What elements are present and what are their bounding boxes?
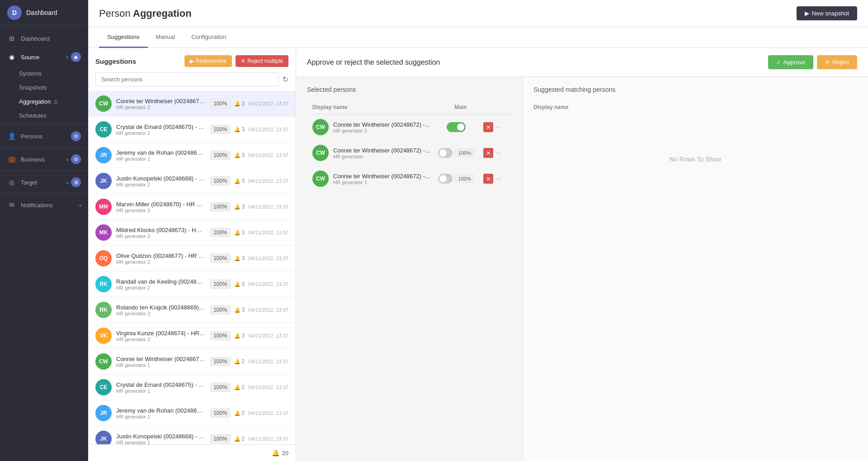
suggestion-item[interactable]: VK Virginia Kunze (00248674) - HR genera… <box>88 323 296 349</box>
timestamp: 04/11/2022, 13:37 <box>248 385 288 390</box>
search-input[interactable] <box>95 72 279 86</box>
sidebar-item-aggregation[interactable]: Aggregation ⚠ <box>0 95 88 109</box>
main-toggle[interactable] <box>447 122 466 132</box>
suggestion-item[interactable]: RK Randall van de Keeling (00248676) - H… <box>88 271 296 297</box>
sidebar-item-schedules[interactable]: Schedules <box>0 109 88 123</box>
person-name: Connie ter Wintheiser (00248672) -... <box>333 147 430 154</box>
suggestion-name: Crystal de Emard (00248675) - HR generat… <box>116 124 206 130</box>
person-row: CW Connie ter Wintheiser (00248672) -...… <box>307 140 511 166</box>
suggestion-item[interactable]: CE Crystal de Emard (00248675) - HR gene… <box>88 117 296 143</box>
sidebar-item-snapshots[interactable]: Snapshots <box>0 81 88 95</box>
confidence: 100% <box>210 331 231 340</box>
divider-4 <box>0 194 88 194</box>
target-chevron-icon: ◂ <box>66 180 68 185</box>
approve-button[interactable]: ✓ Approve <box>768 55 813 69</box>
sidebar-item-source[interactable]: ◉ Source ▾ ◉ <box>0 48 88 67</box>
remove-button[interactable]: ✕ <box>483 148 493 158</box>
info-button[interactable]: → <box>495 124 501 131</box>
suggestion-name: Virginia Kunze (00248674) - HR generator… <box>116 330 206 337</box>
timestamp: 04/11/2022, 13:37 <box>248 359 288 364</box>
bell-icon: 🔔 <box>234 436 241 442</box>
suggestions-header: Suggestions ▶ Redetermine ✕ Reject multi… <box>88 48 296 72</box>
sidebar-item-target[interactable]: ◎ Target ◂ ⊞ <box>0 173 88 192</box>
sidebar-item-business[interactable]: 💼 Business ◂ ⚙ <box>0 150 88 169</box>
detail-actions: ✓ Approve ✕ Reject <box>768 55 857 69</box>
suggestion-source: HR generator 2 <box>116 233 206 239</box>
notifications-icon: ✉ <box>7 200 16 209</box>
person-name: Connie ter Wintheiser (00248672) -... <box>333 121 430 128</box>
suggestion-name: Olive Quitzon (00248677) - HR generator … <box>116 252 206 259</box>
person-source: HR generator 1 <box>333 180 430 185</box>
sidebar-logo[interactable]: D Dashboard <box>0 0 88 26</box>
sidebar-item-systems[interactable]: Systems <box>0 67 88 81</box>
main-toggle[interactable] <box>438 174 453 184</box>
divider-1 <box>0 124 88 125</box>
suggestions-panel: Suggestions ▶ Redetermine ✕ Reject multi… <box>88 48 296 461</box>
main-toggle[interactable] <box>438 148 453 158</box>
avatar: VK <box>95 328 112 344</box>
suggestion-meta: 100% 🔔 2 04/11/2022, 13:37 <box>210 383 288 392</box>
suggestion-item[interactable]: JK Justin Konopelski (00248668) - HR gen… <box>88 168 296 194</box>
suggestion-info: Jeremy van de Rohan (00248671) - HR gene… <box>116 407 206 419</box>
suggestion-item[interactable]: OQ Olive Quitzon (00248677) - HR generat… <box>88 246 296 271</box>
suggestion-item[interactable]: CW Connie ter Wintheiser (00248672) - HR… <box>88 349 296 375</box>
suggestion-source: HR generator 2 <box>116 105 206 110</box>
suggestion-source: HR generator 2 <box>116 259 206 265</box>
match-count: 🔔 3 <box>234 126 245 133</box>
suggestion-item[interactable]: CE Crystal de Emard (00248675) - HR gene… <box>88 375 296 400</box>
business-badge: ⚙ <box>71 154 81 164</box>
suggestion-meta: 100% 🔔 2 04/11/2022, 13:37 <box>210 357 288 366</box>
avatar: CW <box>312 145 329 161</box>
bell-icon: 🔔 <box>234 333 241 339</box>
suggestion-item[interactable]: JR Jeremy van de Rohan (00248671) - HR g… <box>88 400 296 426</box>
suggestion-item[interactable]: CW Connie ter Wintheiser (00248672) - HR… <box>88 91 296 117</box>
sidebar-item-dashboard[interactable]: ⊞ Dashboard <box>0 29 88 48</box>
suggestion-name: Jeremy van de Rohan (00248671) - HR gene… <box>116 407 206 414</box>
info-button[interactable]: → <box>495 149 501 157</box>
notifications-label: Notifications <box>21 202 53 209</box>
suggestion-meta: 100% 🔔 3 04/11/2022, 13:37 <box>210 99 288 108</box>
sidebar-item-label: Dashboard <box>21 35 50 42</box>
suggestion-item[interactable]: RK Rolando ten Krajcik (00248669) - HR g… <box>88 297 296 323</box>
confidence: 100% <box>210 357 231 366</box>
chevron-down-icon: ▾ <box>66 55 68 60</box>
remove-button[interactable]: ✕ <box>483 174 493 184</box>
avatar: CE <box>95 379 112 395</box>
suggestion-source: HR generator 1 <box>116 362 206 368</box>
tab-suggestions[interactable]: Suggestions <box>99 27 148 48</box>
reject-multiple-button[interactable]: ✕ Reject multiple <box>236 55 288 67</box>
suggestion-info: Crystal de Emard (00248675) - HR generat… <box>116 381 206 394</box>
redetermine-button[interactable]: ▶ Redetermine <box>184 55 232 67</box>
suggestion-name: Rolando ten Krajcik (00248669) - HR gene… <box>116 304 206 311</box>
timestamp: 04/11/2022, 13:37 <box>248 152 288 158</box>
sidebar-item-notifications[interactable]: ✉ Notifications ◂ <box>0 196 88 214</box>
suggestion-info: Connie ter Wintheiser (00248672) - HR ge… <box>116 356 206 368</box>
suggestion-item[interactable]: MK Mildred Klocko (00248673) - HR genera… <box>88 220 296 246</box>
aggregation-label: Aggregation <box>19 98 51 105</box>
selected-persons-title: Selected persons <box>307 86 511 93</box>
confidence: 100% <box>210 228 231 237</box>
reject-button[interactable]: ✕ Reject <box>817 55 857 69</box>
suggestion-item[interactable]: JK Justin Konopelski (00248668) - HR gen… <box>88 426 296 444</box>
remove-button[interactable]: ✕ <box>483 122 493 132</box>
avatar: CE <box>95 121 112 138</box>
suggestion-item[interactable]: JR Jeremy van de Rohan (00248671) - HR g… <box>88 143 296 168</box>
suggestion-info: Rolando ten Krajcik (00248669) - HR gene… <box>116 304 206 316</box>
match-count: 🔔 3 <box>234 307 245 313</box>
divider-2 <box>0 147 88 148</box>
new-snapshot-button[interactable]: ▶ New snapshot <box>797 6 857 20</box>
person-row: CW Connie ter Wintheiser (00248672) -...… <box>307 114 511 140</box>
persons-icon: 👤 <box>7 132 16 141</box>
suggestion-info: Mildred Klocko (00248673) - HR generator… <box>116 227 206 239</box>
tab-configuration[interactable]: Configuration <box>183 27 234 48</box>
confidence: 100% <box>210 202 231 211</box>
suggestion-source: HR generator 2 <box>116 208 206 213</box>
refresh-icon[interactable]: ↻ <box>283 75 288 84</box>
suggestion-item[interactable]: MM Marvin Miller (00248670) - HR generat… <box>88 194 296 220</box>
sidebar-item-persons[interactable]: 👤 Persons ⚙ <box>0 127 88 146</box>
timestamp: 04/11/2022, 13:37 <box>248 307 288 313</box>
info-button[interactable]: → <box>495 175 501 182</box>
confidence-badge: 100% <box>455 149 474 157</box>
tab-manual[interactable]: Manual <box>148 27 184 48</box>
bell-icon: 🔔 <box>234 307 241 313</box>
